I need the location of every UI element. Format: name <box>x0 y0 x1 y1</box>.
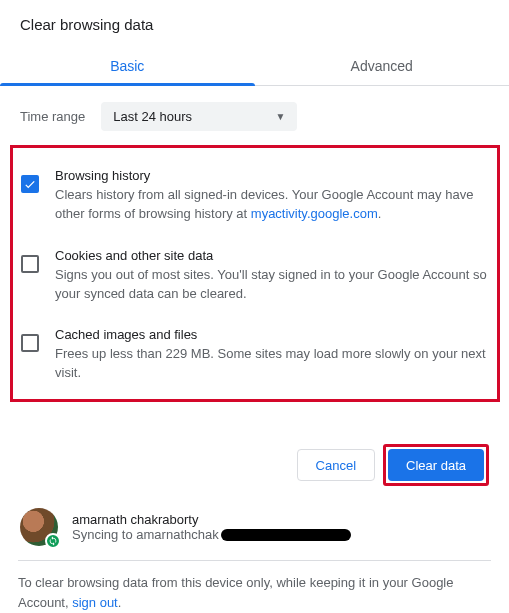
option-title: Cookies and other site data <box>55 248 487 263</box>
sign-out-link[interactable]: sign out <box>72 595 118 610</box>
tab-advanced[interactable]: Advanced <box>255 47 510 85</box>
option-cache: Cached images and files Frees up less th… <box>21 319 487 387</box>
tab-bar: Basic Advanced <box>0 47 509 86</box>
option-desc: Frees up less than 229 MB. Some sites ma… <box>55 345 487 383</box>
time-range-select[interactable]: Last 24 hours ▼ <box>101 102 297 131</box>
checkbox-cache[interactable] <box>21 334 39 352</box>
options-highlight-box: Browsing history Clears history from all… <box>10 145 500 402</box>
option-cookies: Cookies and other site data Signs you ou… <box>21 240 487 320</box>
checkbox-browsing-history[interactable] <box>21 175 39 193</box>
time-range-label: Time range <box>20 109 85 124</box>
avatar <box>20 508 58 546</box>
checkbox-cookies[interactable] <box>21 255 39 273</box>
redacted-block <box>221 529 351 541</box>
option-browsing-history: Browsing history Clears history from all… <box>21 160 487 240</box>
tab-basic[interactable]: Basic <box>0 47 255 85</box>
account-name: amarnath chakraborty <box>72 512 351 527</box>
option-desc: Signs you out of most sites. You'll stay… <box>55 266 487 304</box>
action-row: Cancel Clear data <box>0 402 509 502</box>
myactivity-link[interactable]: myactivity.google.com <box>251 206 378 221</box>
dialog-title: Clear browsing data <box>0 0 509 47</box>
sync-icon <box>48 536 58 546</box>
footer-text: To clear browsing data from this device … <box>0 573 509 613</box>
sync-badge <box>45 533 61 549</box>
account-row: amarnath chakraborty Syncing to amarnath… <box>0 502 509 560</box>
option-title: Browsing history <box>55 168 487 183</box>
account-sync-line: Syncing to amarnathchak <box>72 527 351 542</box>
option-desc: Clears history from all signed-in device… <box>55 186 487 224</box>
clear-data-highlight-box: Clear data <box>383 444 489 486</box>
clear-data-button[interactable]: Clear data <box>388 449 484 481</box>
time-range-value: Last 24 hours <box>113 109 192 124</box>
caret-down-icon: ▼ <box>275 111 285 122</box>
divider <box>18 560 491 561</box>
cancel-button[interactable]: Cancel <box>297 449 375 481</box>
check-icon <box>23 177 37 191</box>
option-title: Cached images and files <box>55 327 487 342</box>
